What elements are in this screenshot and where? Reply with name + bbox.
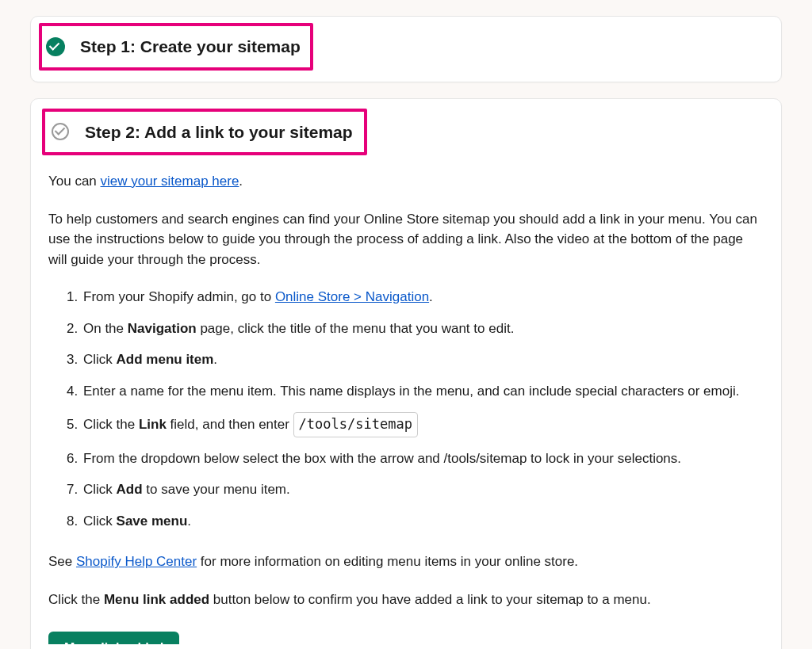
cta-paragraph: Click the Menu link added button below t… <box>48 590 764 610</box>
code-path: /tools/sitemap <box>293 412 418 437</box>
list-item: Click Add to save your menu item. <box>82 479 764 500</box>
step2-title: Step 2: Add a link to your sitemap <box>85 120 353 145</box>
list-item: From the dropdown below select the box w… <box>82 449 764 469</box>
navigation-link[interactable]: Online Store > Navigation <box>275 289 429 304</box>
step2-body: You can view your sitemap here. To help … <box>47 166 765 644</box>
step1-card: Step 1: Create your sitemap <box>30 16 782 82</box>
step2-highlight: Step 2: Add a link to your sitemap <box>42 109 367 156</box>
step1-title: Step 1: Create your sitemap <box>80 34 301 59</box>
menu-link-added-button[interactable]: Menu link added <box>48 632 179 644</box>
help-center-link[interactable]: Shopify Help Center <box>76 554 197 569</box>
intro-suffix: . <box>239 174 243 189</box>
check-pending-icon <box>50 121 71 142</box>
list-item: From your Shopify admin, go to Online St… <box>82 287 764 307</box>
list-item: Enter a name for the menu item. This nam… <box>82 381 764 402</box>
list-item: Click Add menu item. <box>82 349 764 370</box>
list-item: On the Navigation page, click the title … <box>82 319 764 339</box>
intro-paragraph: You can view your sitemap here. <box>48 171 764 192</box>
instruction-list: From your Shopify admin, go to Online St… <box>48 287 764 531</box>
see-paragraph: See Shopify Help Center for more informa… <box>48 552 764 572</box>
step2-card: Step 2: Add a link to your sitemap You c… <box>30 98 782 650</box>
step1-highlight: Step 1: Create your sitemap <box>39 23 313 71</box>
help-paragraph: To help customers and search engines can… <box>48 209 764 270</box>
intro-prefix: You can <box>48 174 101 189</box>
list-item: Click the Link field, and then enter /to… <box>82 412 764 437</box>
check-complete-icon <box>45 36 66 57</box>
view-sitemap-link[interactable]: view your sitemap here <box>101 174 239 189</box>
list-item: Click Save menu. <box>82 511 764 532</box>
